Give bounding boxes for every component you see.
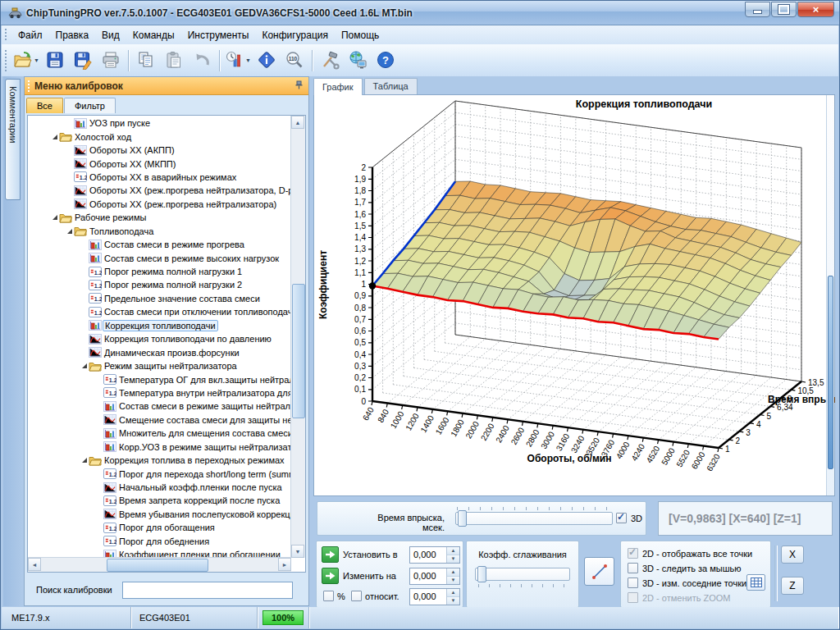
tree-item[interactable]: 1.2Порог режима полной нагрузки 1 [29, 265, 290, 278]
tree-item-folder[interactable]: Рабочие режимы [29, 211, 290, 224]
tab-comments[interactable]: Комментарии [5, 79, 21, 200]
calibration-search-input[interactable] [122, 582, 293, 599]
undo-button[interactable] [189, 48, 215, 74]
tab-all[interactable]: Все [26, 98, 63, 113]
edit-neighbors-button[interactable] [746, 574, 765, 591]
tree-item-folder[interactable]: Режим защиты нейтрализатора [29, 359, 290, 372]
spin-up-icon[interactable]: ▲ [447, 589, 459, 597]
tools-button[interactable] [317, 48, 343, 74]
chart-vertical-scrollbar[interactable] [826, 95, 834, 495]
tree-vertical-scrollbar[interactable]: ▲ ▼ [290, 116, 305, 558]
expander-icon[interactable] [50, 214, 59, 221]
tree-item[interactable]: 1.2Порог для перехода short/long term (s… [29, 467, 290, 480]
chevron-down-icon[interactable]: ▼ [245, 57, 251, 63]
tree-item[interactable]: 1.2Порог для обеднения [29, 535, 290, 548]
expander-icon[interactable] [80, 457, 89, 463]
tree-item[interactable]: Корр.УОЗ в режиме защиты нейтрализатор [29, 441, 290, 454]
menu-item-1[interactable]: Файл [11, 27, 49, 43]
tab-filter[interactable]: Фильтр [64, 98, 116, 113]
tree-item[interactable]: Состав смеси в режиме прогрева [29, 238, 290, 251]
apply-set-button[interactable] [322, 546, 339, 563]
expander-icon[interactable] [65, 228, 74, 235]
tree-item[interactable]: 1.2Порог режима полной нагрузки 2 [29, 278, 290, 291]
tree-item[interactable]: Коррекция топливоподачи [29, 319, 290, 332]
tree-hscroll-thumb[interactable] [107, 559, 208, 572]
tree-item[interactable]: 1.2Предельное значение состава смеси [29, 292, 290, 305]
scroll-down-icon[interactable]: ▼ [291, 545, 304, 558]
percent-checkbox[interactable] [323, 591, 334, 601]
option-checkbox-3[interactable] [628, 578, 638, 588]
title-bar[interactable]: ChipTuningPRO ver.7.5.0.1007 - ECG403E01… [1, 1, 839, 25]
tree-item[interactable]: 1.2Обороты XX в аварийных режимах [29, 171, 290, 184]
menu-item-7[interactable]: Помощь [335, 27, 386, 43]
spin-up-icon[interactable]: ▲ [447, 568, 459, 577]
info-button[interactable] [253, 48, 280, 74]
menu-item-2[interactable]: Правка [49, 27, 96, 43]
tree-item[interactable]: Обороты XX (реж.прогрева нейтрализатора) [29, 198, 290, 211]
relative-value-spinner[interactable]: 0,000 ▲▼ [409, 588, 460, 605]
tree-item[interactable]: Динамическая произв.форсунки [29, 345, 290, 358]
tree-item[interactable]: 1.2Время запрета коррекций после пуска [29, 494, 290, 507]
paste-button[interactable] [161, 48, 187, 74]
web-update-button[interactable] [345, 48, 371, 74]
toolbar-grip[interactable] [4, 49, 8, 71]
tree-item[interactable]: Смещение состава смеси для защиты нейт [29, 413, 290, 427]
injection-time-slider[interactable] [455, 512, 613, 525]
change-value-spinner[interactable]: 0,000 ▲▼ [409, 568, 460, 585]
expander-icon[interactable] [80, 363, 89, 369]
tree-item[interactable]: Время убывания послепусковой коррекции [29, 508, 290, 521]
chevron-down-icon[interactable]: ▼ [34, 57, 39, 63]
apply-change-button[interactable] [322, 568, 339, 584]
menu-item-4[interactable]: Команды [126, 27, 181, 43]
tree-item[interactable]: 1.2Порог для обогащения [29, 521, 290, 534]
tree-item[interactable]: 1.2Температура ОГ для вкл.защиты нейтрал… [29, 372, 290, 386]
spin-down-icon[interactable]: ▼ [447, 577, 459, 584]
smoothing-slider[interactable] [475, 568, 570, 581]
maximize-button[interactable] [771, 2, 797, 17]
menu-item-5[interactable]: Инструменты [181, 27, 256, 43]
set-value-spinner[interactable]: 0,000 ▲▼ [409, 546, 460, 564]
save-as-button[interactable] [70, 48, 96, 74]
tree-item[interactable]: 1.2Температура внутри нейтрализатора для… [29, 386, 290, 399]
tab-graph[interactable]: График [313, 78, 363, 95]
tree-item-folder[interactable]: Коррекция топлива в переходных режимах [29, 454, 290, 467]
tree-item-folder[interactable]: Холостой ход [29, 130, 290, 143]
menu-item-6[interactable]: Конфигурация [255, 27, 335, 43]
surface-chart[interactable]: 00,10,20,30,40,50,60,70,80,911,11,21,31,… [315, 96, 835, 497]
save-button[interactable] [42, 48, 68, 74]
3d-checkbox[interactable] [616, 513, 627, 523]
tree-item[interactable]: Коррекция топливоподачи по давлению [29, 332, 290, 345]
panel-grip[interactable] [27, 80, 31, 92]
minimize-button[interactable] [745, 2, 770, 17]
tab-table[interactable]: Таблица [364, 78, 418, 94]
help-button[interactable]: ? [372, 48, 399, 74]
tree-item[interactable]: Обороты XX (МКПП) [29, 157, 290, 170]
z-axis-button[interactable]: Z [781, 577, 804, 595]
tree-vscroll-thumb[interactable] [292, 284, 305, 418]
tree-item-folder[interactable]: Топливоподача [29, 225, 290, 238]
pin-icon[interactable] [294, 80, 304, 91]
print-button[interactable] [98, 48, 124, 74]
tree-item[interactable]: Начальный коэфф.пленки после пуска [29, 481, 290, 494]
option-checkbox-2[interactable] [628, 563, 638, 573]
chart-view-button[interactable]: ▼ [224, 48, 252, 74]
scroll-left-icon[interactable]: ◄ [28, 558, 41, 571]
tree-item[interactable]: Обороты XX (АКПП) [29, 144, 290, 157]
chart-vscroll-thumb[interactable] [828, 276, 833, 469]
tree-item[interactable]: Множитель для смещения состава смеси [29, 427, 290, 440]
open-file-button[interactable]: ▼ [12, 48, 40, 74]
scroll-right-icon[interactable]: ► [278, 558, 291, 571]
smoothing-slider-thumb[interactable] [477, 566, 486, 582]
tree-item[interactable]: Состав смеси в режиме высоких нагрузок [29, 251, 290, 264]
spin-down-icon[interactable]: ▼ [447, 555, 459, 563]
tree-item[interactable]: УОЗ при пуске [29, 116, 290, 130]
tree-item[interactable]: Состав смеси в режиме защиты нейтрализ [29, 399, 290, 413]
scroll-up-icon[interactable]: ▲ [291, 116, 304, 129]
menu-item-3[interactable]: Вид [95, 27, 126, 43]
tree-item[interactable]: 1.2Состав смеси при отключении топливопо… [29, 305, 290, 318]
tree-horizontal-scrollbar[interactable]: ◄ ► [28, 557, 291, 572]
menu-grip[interactable] [4, 28, 8, 41]
tree-item[interactable]: Коэффициент пленки при обогащении [29, 548, 290, 557]
expander-icon[interactable] [50, 134, 59, 140]
close-button[interactable]: × [797, 2, 834, 17]
